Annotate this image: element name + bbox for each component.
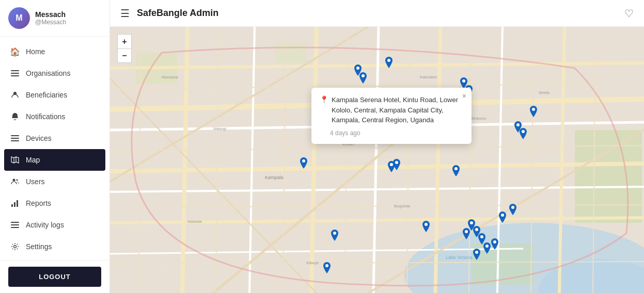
svg-point-87	[425, 223, 428, 226]
svg-rect-14	[17, 200, 18, 207]
logout-button[interactable]: LOGOUT	[8, 267, 101, 287]
svg-text:Mukono: Mukono	[472, 116, 486, 121]
map-marker[interactable]	[451, 165, 461, 176]
heart-icon[interactable]: ♡	[624, 7, 634, 20]
map-marker[interactable]	[384, 57, 394, 68]
svg-point-69	[387, 59, 390, 62]
map-marker[interactable]	[330, 230, 339, 241]
map-popup: × 📍 Kampala Serena Hotel, Kintu Road, Lo…	[311, 88, 472, 144]
svg-rect-2	[11, 75, 19, 76]
devices-icon	[10, 134, 20, 143]
map-marker[interactable]	[299, 157, 308, 169]
map-marker[interactable]	[472, 249, 481, 260]
map-marker[interactable]	[387, 161, 396, 172]
hamburger-icon[interactable]: ☰	[120, 7, 130, 20]
svg-point-77	[302, 159, 305, 162]
svg-rect-17	[11, 227, 19, 228]
zoom-in-button[interactable]: +	[117, 34, 132, 48]
svg-rect-1	[11, 73, 19, 74]
sidebar-item-label: Settings	[26, 242, 52, 251]
user-info: Messach @Messach	[35, 10, 66, 26]
svg-rect-25	[275, 42, 306, 63]
sidebar: M Messach @Messach 🏠 Home Organisations …	[0, 0, 110, 293]
sidebar-item-settings[interactable]: Settings	[0, 236, 109, 257]
map-marker[interactable]	[519, 128, 528, 139]
organisations-icon	[10, 69, 20, 78]
sidebar-item-label: Devices	[26, 134, 52, 142]
map-marker[interactable]	[490, 238, 499, 250]
popup-address: Kampala Serena Hotel, Kintu Road, Lower …	[332, 95, 463, 125]
sidebar-item-label: Users	[26, 177, 45, 186]
sidebar-nav: 🏠 Home Organisations Beneficiaries Notif…	[0, 37, 109, 260]
sidebar-item-home[interactable]: 🏠 Home	[0, 41, 109, 62]
popup-time: 4 days ago	[320, 129, 463, 137]
map-marker[interactable]	[421, 221, 431, 232]
svg-text:Kalinabiri: Kalinabiri	[420, 75, 437, 79]
svg-text:Nsangi: Nsangi	[213, 126, 226, 131]
map-area[interactable]: Kampala Kololo Bugolobi Nsangi Mukono Na…	[110, 27, 644, 293]
zoom-out-button[interactable]: −	[117, 48, 132, 63]
sidebar-item-notifications[interactable]: Notifications	[0, 106, 109, 127]
sidebar-item-organisations[interactable]: Organisations	[0, 62, 109, 84]
svg-text:Nansana: Nansana	[162, 75, 179, 79]
svg-rect-16	[11, 224, 19, 225]
svg-point-86	[493, 240, 496, 243]
sidebar-item-users[interactable]: Users	[0, 171, 109, 192]
svg-point-89	[475, 251, 478, 254]
users-icon	[10, 177, 20, 186]
sidebar-item-reports[interactable]: Reports	[0, 192, 109, 214]
map-marker[interactable]	[508, 204, 517, 215]
map-marker[interactable]	[358, 72, 368, 84]
svg-point-67	[356, 67, 359, 70]
sidebar-header: M Messach @Messach	[0, 0, 109, 37]
svg-point-18	[14, 246, 17, 248]
map-marker[interactable]	[322, 262, 332, 273]
topbar: ☰ SafeBangle Admin ♡	[110, 0, 644, 27]
svg-marker-7	[11, 157, 19, 163]
map-marker[interactable]	[498, 211, 507, 223]
svg-point-70	[462, 79, 465, 83]
map-marker[interactable]	[529, 106, 538, 117]
map-controls: + −	[117, 34, 132, 63]
map-marker[interactable]	[462, 228, 471, 239]
beneficiaries-icon	[10, 90, 20, 100]
popup-pin-icon: 📍	[320, 95, 328, 104]
svg-rect-5	[11, 138, 19, 139]
svg-point-10	[13, 179, 15, 182]
map-icon	[10, 155, 20, 165]
sidebar-item-devices[interactable]: Devices	[0, 127, 109, 149]
svg-rect-4	[11, 135, 19, 136]
sidebar-item-activity-logs[interactable]: Activity logs	[0, 214, 109, 236]
svg-point-78	[390, 163, 393, 166]
reports-icon	[10, 199, 20, 208]
svg-point-68	[362, 74, 365, 77]
topbar-left: ☰ SafeBangle Admin	[120, 7, 218, 20]
home-icon: 🏠	[10, 47, 20, 56]
svg-point-11	[16, 179, 18, 181]
svg-text:Kibuye: Kibuye	[306, 261, 319, 265]
svg-rect-15	[11, 222, 19, 223]
settings-icon	[10, 242, 20, 251]
svg-point-81	[470, 221, 473, 224]
sidebar-item-label: Map	[26, 156, 40, 164]
svg-point-74	[522, 130, 525, 133]
svg-text:Nateete: Nateete	[187, 219, 202, 224]
sidebar-item-label: Reports	[26, 199, 51, 207]
svg-rect-13	[14, 202, 15, 207]
sidebar-item-beneficiaries[interactable]: Beneficiaries	[0, 84, 109, 106]
svg-point-72	[532, 108, 535, 111]
popup-close-button[interactable]: ×	[462, 92, 466, 100]
svg-point-79	[511, 206, 514, 209]
svg-point-83	[465, 230, 468, 233]
notifications-icon	[10, 112, 20, 121]
sidebar-item-map[interactable]: Map	[4, 149, 105, 171]
svg-point-84	[480, 235, 483, 238]
svg-point-85	[485, 245, 489, 248]
svg-text:Bugolobi: Bugolobi	[394, 204, 410, 208]
svg-rect-0	[11, 70, 19, 71]
avatar: M	[8, 7, 30, 29]
svg-text:Kampala: Kampala	[265, 175, 284, 180]
svg-rect-6	[11, 140, 19, 141]
svg-text:Lake Victoria: Lake Victoria	[446, 255, 473, 260]
svg-point-80	[501, 214, 504, 217]
